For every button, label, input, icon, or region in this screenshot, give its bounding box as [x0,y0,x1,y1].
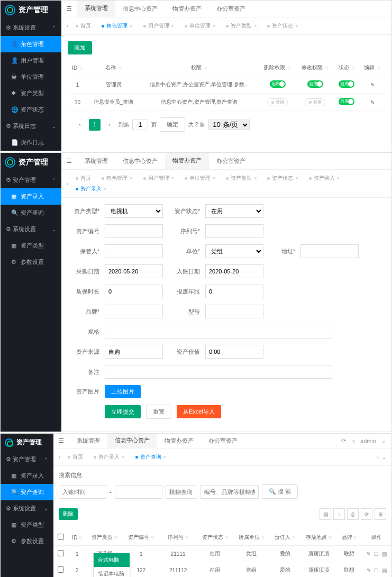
close-icon[interactable]: × [213,176,215,181]
breadcrumb-tab[interactable]: 资产录入× [305,173,344,184]
page-number[interactable]: 1 [89,119,101,131]
table-header[interactable]: 资产编号 ▽ [123,529,159,546]
toggle-switch[interactable]: 启用 [339,80,354,88]
in-time-input[interactable] [59,485,106,499]
unit-select[interactable]: 党组 [205,244,263,258]
perpage-select[interactable]: 10 条/页 [208,120,250,130]
toggle-disabled[interactable]: ⊘ 禁用 [267,98,288,106]
nav-item[interactable]: ✱资产类型 [1,85,61,102]
toggle-disabled[interactable]: ⊘ 禁用 [305,98,325,106]
user-label[interactable]: admin [360,438,376,444]
topnav-item[interactable]: 办公室资产 [209,1,253,17]
search-button[interactable]: 🔍 搜 索 [262,484,298,499]
breadcrumb-tab[interactable]: 资产录入× [89,452,129,462]
page-next-icon[interactable]: › [104,119,115,131]
nav-group[interactable]: ⚙ 系统日志⌄ [1,118,61,134]
topnav-item[interactable]: 信息中心资产 [115,1,165,17]
topnav-item[interactable]: 信息中心资产 [107,434,157,448]
asset-status-select[interactable]: 在用 [205,204,263,218]
nav-item[interactable]: 🔍资产查询 [1,205,61,221]
breadcrumb-more-icon[interactable]: ⌄ [382,454,386,460]
topnav-item[interactable]: 系统管理 [77,1,115,17]
breadcrumb-tab[interactable]: 资产查询× [131,452,170,462]
nav-item[interactable]: ▦资产录入 [1,468,53,484]
table-header[interactable]: 修改权限 ◇ [296,60,334,76]
breadcrumb-tab[interactable]: 首页 [71,173,95,184]
close-icon[interactable]: × [130,176,132,181]
breadcrumb-tab[interactable]: 首页 [71,21,95,31]
table-header[interactable]: ID ◇ [68,60,87,76]
breadcrumb-tab[interactable]: 角色管理× [97,21,136,31]
breadcrumb-tab[interactable]: 资产录入× [71,184,111,194]
excel-import-button[interactable]: 从Excel导入 [177,405,221,418]
view-icon[interactable]: ☐ [374,551,379,557]
breadcrumb-back-icon[interactable]: ‹ [67,23,68,29]
breadcrumb-tab[interactable]: 资产状态× [263,21,302,31]
breadcrumb-tab[interactable]: 单位管理× [180,21,220,31]
topnav-item[interactable]: 物管办资产 [165,1,209,17]
add-button[interactable]: 添加 [68,41,92,54]
page-prev-icon[interactable]: ‹ [74,119,86,131]
close-icon[interactable]: × [213,23,215,29]
print-icon[interactable]: ⎙ [347,508,359,520]
nav-item[interactable]: ▦资产录入 [1,188,61,205]
table-header[interactable]: 品牌 ▽ [337,529,361,546]
reset-button[interactable]: 重置 [146,405,171,419]
remark-input[interactable] [105,365,332,379]
menu-toggle-icon[interactable]: ☰ [61,1,77,17]
nav-item[interactable]: ▦资产类型 [1,237,61,254]
delete-button[interactable]: 删除 [59,508,78,520]
submit-button[interactable]: 立即提交 [105,405,141,418]
breadcrumb-tab[interactable]: 资产类型× [222,21,261,31]
refresh-icon[interactable]: ⟳ [341,437,346,444]
breadcrumb-tab[interactable]: 用户管理× [139,21,178,31]
model-input[interactable] [205,305,263,318]
close-icon[interactable]: × [337,176,340,181]
table-header[interactable]: 操作 [361,529,391,546]
edit-icon[interactable]: ✎ [367,567,371,573]
edit-icon[interactable]: ✎ [370,82,375,88]
in-time-end-input[interactable] [115,485,162,499]
fuzzy-label-input[interactable] [166,485,197,499]
filter-icon[interactable]: ▤ [320,508,331,520]
table-header[interactable]: 资产状态 ▽ [197,529,233,546]
user-chevron-icon[interactable]: ⌄ [381,437,386,444]
nav-item[interactable]: 👤角色管理 [1,36,61,52]
price-input[interactable] [205,345,263,359]
upload-button[interactable]: 上传图片 [105,385,141,398]
breadcrumb-back-icon[interactable]: ‹ [59,454,60,460]
table-header[interactable]: 存放地点 ▽ [300,529,337,546]
nav-item[interactable]: ⚙参数设置 [1,533,53,549]
table-header[interactable]: 序列号 ▽ [159,529,197,546]
close-icon[interactable]: × [295,176,298,181]
edit-icon[interactable]: ✎ [370,99,375,105]
toggle-switch[interactable]: 启用 [307,80,323,88]
edit-icon[interactable]: ✎ [367,551,371,557]
table-header[interactable]: ID ▽ [68,529,86,546]
in-date-input[interactable] [205,264,263,278]
nav-group[interactable]: ⚙ 系统设置⌄ [1,500,53,517]
toggle-switch[interactable]: 启用 [270,80,286,88]
nav-group[interactable]: ⚙ 系统设置⌄ [1,221,61,237]
serial-input[interactable] [205,224,263,238]
nav-group[interactable]: ⚙ 资产管理⌃ [1,172,61,188]
breadcrumb-tab[interactable]: 资产类型× [222,173,261,184]
table-header[interactable]: 资产类型 ▽ [86,529,123,546]
row-checkbox[interactable] [58,550,64,556]
close-icon[interactable]: × [171,176,174,181]
close-icon[interactable]: × [163,454,166,460]
refresh-table-icon[interactable]: ⟳ [361,508,372,520]
breadcrumb-back-icon[interactable]: ‹ [67,181,68,187]
topnav-item[interactable]: 系统管理 [77,153,115,169]
nav-item[interactable]: 👤用户管理 [1,52,61,69]
view-icon[interactable]: ☐ [374,567,379,573]
goto-confirm-button[interactable]: 确定 [160,117,185,132]
nav-item[interactable]: ▦资产类型 [1,517,53,533]
keeper-input[interactable] [105,244,163,258]
nav-group[interactable]: ⚙ 资产管理⌃ [1,451,53,468]
close-icon[interactable]: × [171,23,174,29]
brand-input[interactable] [105,305,163,318]
nav-item[interactable]: 🌐资产状态 [1,102,61,118]
dropdown-item[interactable]: 笔记本电脑 [94,567,130,577]
table-header[interactable]: 责任人 ▽ [270,529,300,546]
